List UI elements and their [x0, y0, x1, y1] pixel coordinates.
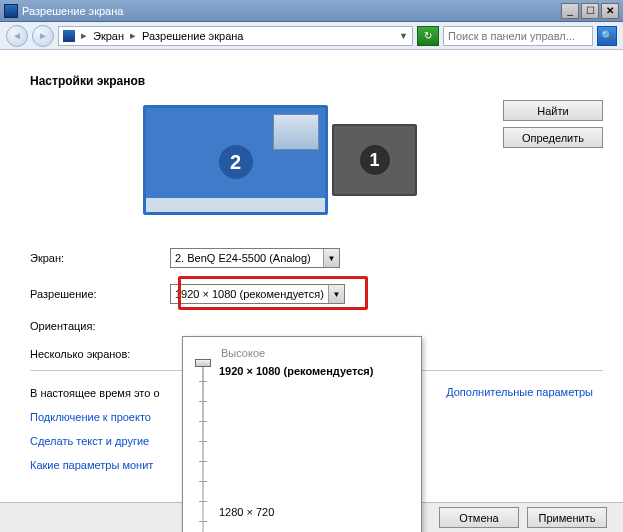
resolution-select-value: 1920 × 1080 (рекомендуется) — [175, 288, 324, 300]
breadcrumb-sep: ▸ — [81, 29, 87, 42]
content-area: Настройки экранов 2 1 Найти Определить Э… — [0, 50, 623, 502]
title-bar: Разрешение экрана _ ☐ ✕ — [0, 0, 623, 22]
maximize-button[interactable]: ☐ — [581, 3, 599, 19]
page-heading: Настройки экранов — [30, 74, 603, 88]
minimize-button[interactable]: _ — [561, 3, 579, 19]
search-input[interactable]: Поиск в панели управл... — [443, 26, 593, 46]
breadcrumb-item-screen[interactable]: Экран — [93, 30, 124, 42]
advanced-settings-link[interactable]: Дополнительные параметры — [446, 386, 593, 398]
chevron-down-icon[interactable]: ▼ — [323, 249, 339, 267]
find-button[interactable]: Найти — [503, 100, 603, 121]
back-button[interactable]: ◄ — [6, 25, 28, 47]
orientation-label: Ориентация: — [30, 320, 170, 332]
search-placeholder: Поиск в панели управл... — [448, 30, 588, 42]
resolution-high-label: Высокое — [221, 347, 413, 359]
identify-button[interactable]: Определить — [503, 127, 603, 148]
resolution-slider-track[interactable] — [202, 361, 204, 532]
resolution-slider-thumb[interactable] — [195, 359, 211, 367]
breadcrumb-item-resolution[interactable]: Разрешение экрана — [142, 30, 243, 42]
resolution-select[interactable]: 1920 × 1080 (рекомендуется) ▼ — [170, 284, 345, 304]
monitor-number-1: 1 — [360, 145, 390, 175]
display-icon — [63, 30, 75, 42]
address-bar[interactable]: ▸ Экран ▸ Разрешение экрана ▼ — [58, 26, 413, 46]
display-select-value: 2. BenQ E24-5500 (Analog) — [175, 252, 311, 264]
resolution-option-1280[interactable]: 1280 × 720 — [219, 506, 373, 518]
app-icon — [4, 4, 18, 18]
monitor-2[interactable]: 2 — [143, 105, 328, 215]
apply-button[interactable]: Применить — [527, 507, 607, 528]
resolution-label: Разрешение: — [30, 288, 170, 300]
refresh-button[interactable]: ↻ — [417, 26, 439, 46]
close-button[interactable]: ✕ — [601, 3, 619, 19]
monitor-arrangement[interactable]: 2 1 — [120, 100, 440, 220]
taskbar-preview — [146, 198, 325, 212]
forward-button[interactable]: ► — [32, 25, 54, 47]
cancel-button[interactable]: Отмена — [439, 507, 519, 528]
search-go-button[interactable]: 🔍 — [597, 26, 617, 46]
display-select[interactable]: 2. BenQ E24-5500 (Analog) ▼ — [170, 248, 340, 268]
window-title: Разрешение экрана — [22, 5, 561, 17]
wallpaper-preview — [273, 114, 319, 150]
multiple-displays-label: Несколько экранов: — [30, 348, 190, 360]
nav-bar: ◄ ► ▸ Экран ▸ Разрешение экрана ▼ ↻ Поис… — [0, 22, 623, 50]
chevron-down-icon[interactable]: ▼ — [328, 285, 344, 303]
resolution-option-1920[interactable]: 1920 × 1080 (рекомендуется) — [219, 365, 373, 377]
chevron-down-icon[interactable]: ▼ — [399, 31, 408, 41]
breadcrumb-sep: ▸ — [130, 29, 136, 42]
monitor-number-2: 2 — [219, 145, 253, 179]
display-label: Экран: — [30, 252, 170, 264]
resolution-dropdown-popup: Высокое 1920 × 1080 (рекомендуется) 1280… — [182, 336, 422, 532]
monitor-1[interactable]: 1 — [332, 124, 417, 196]
